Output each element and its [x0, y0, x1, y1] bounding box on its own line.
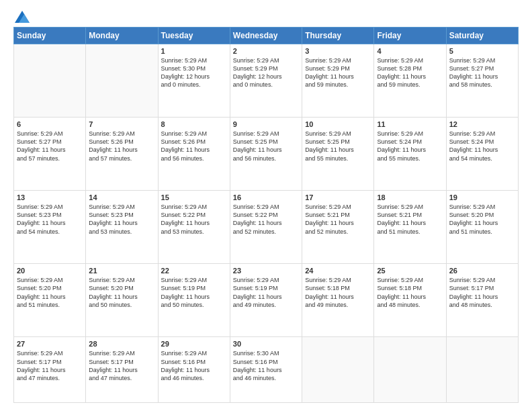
day-number: 14 — [89, 193, 154, 201]
calendar-cell: 22Sunrise: 5:29 AM Sunset: 5:19 PM Dayli… — [158, 264, 230, 337]
cell-content: Sunrise: 5:29 AM Sunset: 5:27 PM Dayligh… — [17, 130, 83, 163]
calendar-table: SundayMondayTuesdayWednesdayThursdayFrid… — [13, 27, 519, 403]
day-number: 27 — [17, 340, 83, 348]
day-number: 28 — [89, 340, 154, 348]
day-number: 15 — [161, 193, 227, 201]
day-number: 23 — [233, 267, 299, 275]
cell-content: Sunrise: 5:29 AM Sunset: 5:17 PM Dayligh… — [17, 349, 83, 382]
cell-content: Sunrise: 5:29 AM Sunset: 5:22 PM Dayligh… — [161, 203, 227, 236]
cell-content: Sunrise: 5:29 AM Sunset: 5:25 PM Dayligh… — [233, 130, 299, 163]
cell-content: Sunrise: 5:29 AM Sunset: 5:18 PM Dayligh… — [377, 276, 443, 309]
calendar-cell: 25Sunrise: 5:29 AM Sunset: 5:18 PM Dayli… — [374, 264, 446, 337]
cell-content: Sunrise: 5:29 AM Sunset: 5:27 PM Dayligh… — [449, 56, 515, 89]
day-number: 6 — [17, 120, 83, 128]
page: SundayMondayTuesdayWednesdayThursdayFrid… — [0, 0, 532, 411]
calendar-cell: 3Sunrise: 5:29 AM Sunset: 5:29 PM Daylig… — [302, 44, 374, 118]
calendar-header-tuesday: Tuesday — [158, 28, 230, 44]
day-number: 12 — [449, 120, 515, 128]
cell-content: Sunrise: 5:29 AM Sunset: 5:24 PM Dayligh… — [377, 130, 443, 163]
cell-content: Sunrise: 5:29 AM Sunset: 5:18 PM Dayligh… — [305, 276, 371, 309]
cell-content: Sunrise: 5:29 AM Sunset: 5:17 PM Dayligh… — [89, 349, 154, 382]
calendar-cell: 12Sunrise: 5:29 AM Sunset: 5:24 PM Dayli… — [446, 118, 518, 191]
logo — [13, 11, 30, 20]
cell-content: Sunrise: 5:29 AM Sunset: 5:26 PM Dayligh… — [89, 130, 154, 163]
calendar-week-0: 1Sunrise: 5:29 AM Sunset: 5:30 PM Daylig… — [14, 44, 519, 118]
day-number: 30 — [233, 340, 299, 348]
day-number: 8 — [161, 120, 227, 128]
day-number: 2 — [233, 47, 299, 55]
calendar-cell: 17Sunrise: 5:29 AM Sunset: 5:21 PM Dayli… — [302, 191, 374, 264]
day-number: 18 — [377, 193, 443, 201]
calendar-cell: 5Sunrise: 5:29 AM Sunset: 5:27 PM Daylig… — [446, 44, 518, 118]
cell-content: Sunrise: 5:29 AM Sunset: 5:17 PM Dayligh… — [449, 276, 515, 309]
day-number: 20 — [17, 267, 83, 275]
calendar-week-2: 13Sunrise: 5:29 AM Sunset: 5:23 PM Dayli… — [14, 191, 519, 264]
day-number: 7 — [89, 120, 154, 128]
calendar-cell: 29Sunrise: 5:29 AM Sunset: 5:16 PM Dayli… — [158, 337, 230, 403]
calendar-header-sunday: Sunday — [14, 28, 86, 44]
calendar-cell: 18Sunrise: 5:29 AM Sunset: 5:21 PM Dayli… — [374, 191, 446, 264]
cell-content: Sunrise: 5:29 AM Sunset: 5:20 PM Dayligh… — [89, 276, 154, 309]
day-number: 10 — [305, 120, 371, 128]
calendar-cell: 27Sunrise: 5:29 AM Sunset: 5:17 PM Dayli… — [14, 337, 86, 403]
cell-content: Sunrise: 5:29 AM Sunset: 5:24 PM Dayligh… — [449, 130, 515, 163]
calendar-header-saturday: Saturday — [446, 28, 518, 44]
cell-content: Sunrise: 5:29 AM Sunset: 5:23 PM Dayligh… — [89, 203, 154, 236]
logo-icon — [15, 11, 30, 23]
calendar-cell: 24Sunrise: 5:29 AM Sunset: 5:18 PM Dayli… — [302, 264, 374, 337]
calendar-cell: 8Sunrise: 5:29 AM Sunset: 5:26 PM Daylig… — [158, 118, 230, 191]
calendar-cell: 20Sunrise: 5:29 AM Sunset: 5:20 PM Dayli… — [14, 264, 86, 337]
calendar-header-thursday: Thursday — [302, 28, 374, 44]
calendar-cell: 11Sunrise: 5:29 AM Sunset: 5:24 PM Dayli… — [374, 118, 446, 191]
calendar-cell: 23Sunrise: 5:29 AM Sunset: 5:19 PM Dayli… — [230, 264, 302, 337]
calendar-cell: 19Sunrise: 5:29 AM Sunset: 5:20 PM Dayli… — [446, 191, 518, 264]
calendar-cell: 4Sunrise: 5:29 AM Sunset: 5:28 PM Daylig… — [374, 44, 446, 118]
calendar-week-3: 20Sunrise: 5:29 AM Sunset: 5:20 PM Dayli… — [14, 264, 519, 337]
calendar-header-row: SundayMondayTuesdayWednesdayThursdayFrid… — [14, 28, 519, 44]
calendar-cell — [14, 44, 86, 118]
calendar-cell: 28Sunrise: 5:29 AM Sunset: 5:17 PM Dayli… — [86, 337, 158, 403]
day-number: 11 — [377, 120, 443, 128]
calendar-header-friday: Friday — [374, 28, 446, 44]
day-number: 19 — [449, 193, 515, 201]
calendar-cell: 6Sunrise: 5:29 AM Sunset: 5:27 PM Daylig… — [14, 118, 86, 191]
header — [13, 11, 519, 20]
cell-content: Sunrise: 5:29 AM Sunset: 5:16 PM Dayligh… — [161, 349, 227, 382]
day-number: 1 — [161, 47, 227, 55]
calendar-cell: 21Sunrise: 5:29 AM Sunset: 5:20 PM Dayli… — [86, 264, 158, 337]
calendar-cell — [302, 337, 374, 403]
cell-content: Sunrise: 5:30 AM Sunset: 5:16 PM Dayligh… — [233, 349, 299, 382]
day-number: 3 — [305, 47, 371, 55]
cell-content: Sunrise: 5:29 AM Sunset: 5:20 PM Dayligh… — [449, 203, 515, 236]
cell-content: Sunrise: 5:29 AM Sunset: 5:29 PM Dayligh… — [233, 56, 299, 89]
cell-content: Sunrise: 5:29 AM Sunset: 5:19 PM Dayligh… — [233, 276, 299, 309]
calendar-cell: 2Sunrise: 5:29 AM Sunset: 5:29 PM Daylig… — [230, 44, 302, 118]
day-number: 17 — [305, 193, 371, 201]
cell-content: Sunrise: 5:29 AM Sunset: 5:21 PM Dayligh… — [305, 203, 371, 236]
cell-content: Sunrise: 5:29 AM Sunset: 5:29 PM Dayligh… — [305, 56, 371, 89]
calendar-cell: 10Sunrise: 5:29 AM Sunset: 5:25 PM Dayli… — [302, 118, 374, 191]
calendar-cell: 26Sunrise: 5:29 AM Sunset: 5:17 PM Dayli… — [446, 264, 518, 337]
calendar-header-wednesday: Wednesday — [230, 28, 302, 44]
day-number: 24 — [305, 267, 371, 275]
calendar-cell: 16Sunrise: 5:29 AM Sunset: 5:22 PM Dayli… — [230, 191, 302, 264]
day-number: 13 — [17, 193, 83, 201]
day-number: 29 — [161, 340, 227, 348]
calendar-week-1: 6Sunrise: 5:29 AM Sunset: 5:27 PM Daylig… — [14, 118, 519, 191]
cell-content: Sunrise: 5:29 AM Sunset: 5:19 PM Dayligh… — [161, 276, 227, 309]
cell-content: Sunrise: 5:29 AM Sunset: 5:20 PM Dayligh… — [17, 276, 83, 309]
cell-content: Sunrise: 5:29 AM Sunset: 5:23 PM Dayligh… — [17, 203, 83, 236]
calendar-cell: 15Sunrise: 5:29 AM Sunset: 5:22 PM Dayli… — [158, 191, 230, 264]
calendar-cell — [446, 337, 518, 403]
calendar-header-monday: Monday — [86, 28, 158, 44]
calendar-week-4: 27Sunrise: 5:29 AM Sunset: 5:17 PM Dayli… — [14, 337, 519, 403]
day-number: 26 — [449, 267, 515, 275]
calendar-cell: 1Sunrise: 5:29 AM Sunset: 5:30 PM Daylig… — [158, 44, 230, 118]
day-number: 16 — [233, 193, 299, 201]
calendar-cell: 9Sunrise: 5:29 AM Sunset: 5:25 PM Daylig… — [230, 118, 302, 191]
day-number: 22 — [161, 267, 227, 275]
day-number: 9 — [233, 120, 299, 128]
day-number: 21 — [89, 267, 154, 275]
cell-content: Sunrise: 5:29 AM Sunset: 5:22 PM Dayligh… — [233, 203, 299, 236]
day-number: 4 — [377, 47, 443, 55]
